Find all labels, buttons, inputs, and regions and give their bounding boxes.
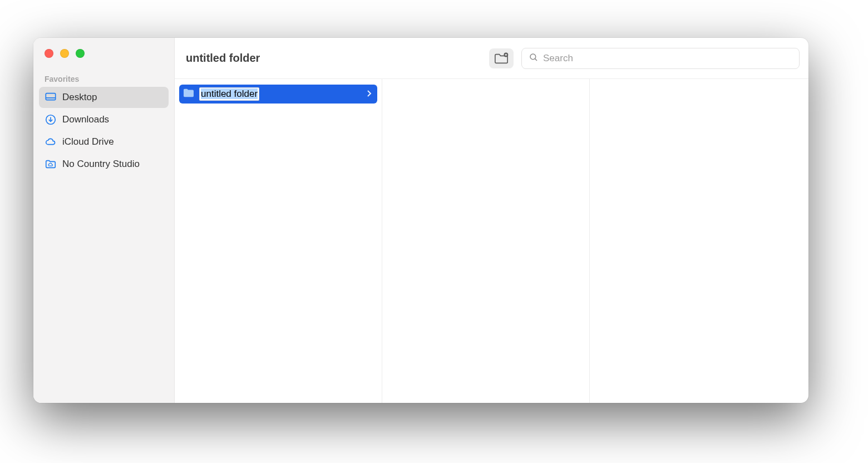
svg-rect-0 bbox=[46, 93, 55, 100]
main-area: untitled folder bbox=[175, 38, 808, 403]
folder-icon bbox=[183, 88, 195, 101]
sidebar-item-label: No Country Studio bbox=[62, 159, 140, 170]
window-title: untitled folder bbox=[186, 52, 260, 65]
sidebar-item-no-country-studio[interactable]: No Country Studio bbox=[39, 154, 169, 175]
sidebar-item-downloads[interactable]: Downloads bbox=[39, 109, 169, 130]
search-input[interactable] bbox=[543, 53, 792, 64]
cloud-folder-icon bbox=[45, 158, 57, 170]
sidebar: Favorites Desktop bbox=[33, 38, 175, 403]
chevron-right-icon bbox=[366, 88, 372, 100]
rename-input[interactable]: untitled folder bbox=[199, 87, 259, 101]
finder-window: Favorites Desktop bbox=[33, 38, 808, 403]
svg-line-5 bbox=[535, 58, 537, 61]
sidebar-section-label: Favorites bbox=[39, 71, 169, 87]
toolbar: untitled folder bbox=[175, 38, 808, 79]
sidebar-item-label: iCloud Drive bbox=[62, 136, 114, 147]
sidebar-item-label: Desktop bbox=[62, 92, 97, 103]
zoom-window-button[interactable] bbox=[76, 49, 85, 58]
column-browser: untitled folder bbox=[175, 79, 808, 403]
minimize-window-button[interactable] bbox=[60, 49, 69, 58]
sidebar-item-icloud[interactable]: iCloud Drive bbox=[39, 131, 169, 152]
cloud-icon bbox=[45, 136, 57, 148]
column-1[interactable]: untitled folder bbox=[175, 79, 382, 403]
sidebar-item-label: Downloads bbox=[62, 114, 109, 125]
svg-point-4 bbox=[530, 54, 536, 60]
column-3[interactable] bbox=[590, 79, 808, 403]
new-folder-button[interactable] bbox=[489, 48, 514, 68]
search-field[interactable] bbox=[521, 48, 800, 69]
close-window-button[interactable] bbox=[45, 49, 53, 58]
window-controls bbox=[39, 38, 169, 71]
search-icon bbox=[529, 52, 539, 65]
folder-row-untitled[interactable]: untitled folder bbox=[179, 85, 377, 104]
sidebar-item-desktop[interactable]: Desktop bbox=[39, 87, 169, 108]
column-2[interactable] bbox=[382, 79, 590, 403]
desktop-icon bbox=[45, 91, 57, 104]
download-icon bbox=[45, 114, 57, 126]
